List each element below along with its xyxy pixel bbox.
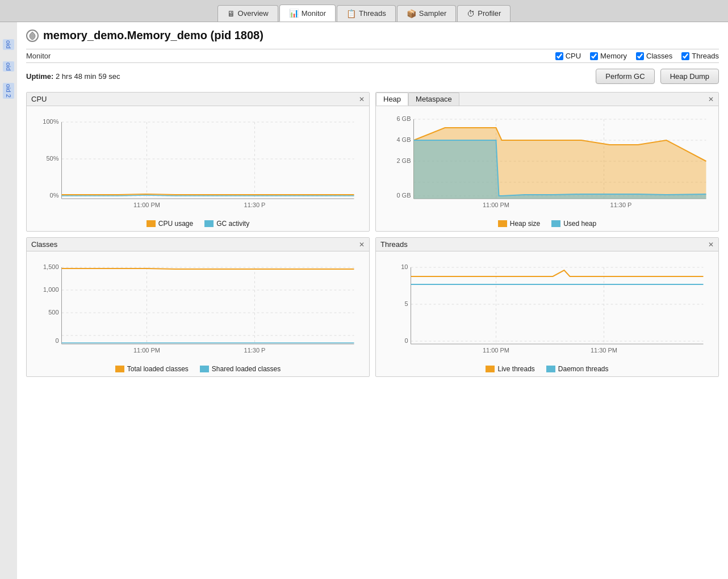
classes-panel-close[interactable]: ✕ bbox=[359, 241, 365, 249]
heap-size-swatch bbox=[498, 220, 507, 227]
cpu-legend-gc: GC activity bbox=[204, 220, 249, 228]
app-title-icon bbox=[26, 30, 39, 42]
tab-threads[interactable]: 📋 Threads bbox=[337, 5, 396, 22]
checkbox-memory-input[interactable] bbox=[590, 52, 598, 60]
cpu-usage-label: CPU usage bbox=[158, 220, 193, 228]
classes-panel: Classes ✕ bbox=[26, 237, 370, 377]
threads-live-swatch bbox=[486, 366, 495, 372]
tab-monitor-label: Monitor bbox=[302, 9, 326, 18]
cpu-chart: 100% 50% 0% 11:00 PM 11: bbox=[31, 111, 365, 213]
cpu-legend-usage: CPU usage bbox=[147, 220, 193, 228]
cpu-usage-swatch bbox=[147, 220, 156, 227]
tab-overview-label: Overview bbox=[238, 9, 269, 18]
heap-chart-area: 6 GB 4 GB 2 GB 0 GB bbox=[376, 106, 718, 217]
cpu-gc-label: GC activity bbox=[216, 220, 249, 228]
classes-total-label: Total loaded classes bbox=[127, 365, 189, 373]
heap-panel-close[interactable]: ✕ bbox=[708, 95, 714, 103]
heap-legend: Heap size Used heap bbox=[376, 217, 718, 231]
heap-tabs: Heap Metaspace bbox=[376, 93, 459, 106]
svg-text:11:00 PM: 11:00 PM bbox=[483, 347, 509, 354]
threads-panel-header: Threads ✕ bbox=[376, 238, 718, 251]
checkbox-threads[interactable]: Threads bbox=[681, 52, 719, 60]
uptime-value: 2 hrs 48 min 59 sec bbox=[56, 72, 120, 81]
profiler-icon: ⏱ bbox=[467, 9, 475, 18]
heap-tab-heap[interactable]: Heap bbox=[376, 93, 408, 106]
action-buttons: Perform GC Heap Dump bbox=[596, 69, 719, 84]
sidebar-item-1[interactable]: oid bbox=[3, 39, 14, 50]
tab-bar: 🖥 Overview 📊 Monitor 📋 Threads 📦 Sampler… bbox=[0, 0, 728, 22]
cpu-gc-swatch bbox=[204, 220, 214, 227]
threads-panel-close[interactable]: ✕ bbox=[708, 241, 714, 249]
checkbox-memory[interactable]: Memory bbox=[590, 52, 627, 60]
classes-legend: Total loaded classes Shared loaded class… bbox=[27, 363, 369, 376]
charts-grid: CPU ✕ 100% bbox=[26, 92, 719, 377]
tab-profiler[interactable]: ⏱ Profiler bbox=[457, 5, 511, 22]
overview-icon: 🖥 bbox=[227, 9, 235, 18]
cpu-legend: CPU usage GC activity bbox=[27, 217, 369, 231]
classes-panel-header: Classes ✕ bbox=[27, 238, 369, 251]
svg-text:0: 0 bbox=[404, 337, 408, 344]
classes-legend-shared: Shared loaded classes bbox=[200, 365, 281, 373]
classes-chart: 1,500 1,000 500 0 11:00 bbox=[31, 256, 365, 358]
classes-shared-swatch bbox=[200, 366, 209, 372]
sidebar-item-3[interactable]: oid 2 bbox=[3, 83, 14, 99]
svg-text:1,000: 1,000 bbox=[43, 286, 59, 293]
threads-icon: 📋 bbox=[346, 9, 356, 18]
checkbox-memory-label: Memory bbox=[600, 52, 627, 60]
tab-sampler[interactable]: 📦 Sampler bbox=[397, 5, 456, 22]
classes-chart-area: 1,500 1,000 500 0 11:00 bbox=[27, 251, 369, 363]
threads-chart-area: 10 5 0 11:00 PM 11:30 PM bbox=[376, 251, 718, 363]
classes-total-swatch bbox=[115, 366, 124, 372]
monitor-checkboxes: CPU Memory Classes Threads bbox=[555, 52, 719, 60]
svg-text:5: 5 bbox=[404, 300, 408, 307]
uptime-label: Uptime: bbox=[26, 72, 53, 81]
sidebar-item-2[interactable]: oid bbox=[3, 61, 14, 72]
tab-profiler-label: Profiler bbox=[478, 9, 501, 18]
checkbox-classes[interactable]: Classes bbox=[636, 52, 672, 60]
svg-text:6 GB: 6 GB bbox=[396, 115, 411, 122]
checkbox-cpu-input[interactable] bbox=[555, 52, 563, 60]
heap-tab-metaspace[interactable]: Metaspace bbox=[408, 93, 459, 106]
app-title-bar: memory_demo.Memory_demo (pid 1808) bbox=[26, 29, 719, 42]
checkbox-classes-input[interactable] bbox=[636, 52, 644, 60]
svg-text:11:00 PM: 11:00 PM bbox=[133, 202, 160, 208]
checkbox-threads-input[interactable] bbox=[681, 52, 689, 60]
perform-gc-button[interactable]: Perform GC bbox=[596, 69, 654, 84]
heap-dump-button[interactable]: Heap Dump bbox=[660, 69, 719, 84]
cpu-panel-close[interactable]: ✕ bbox=[359, 95, 365, 103]
heap-legend-size: Heap size bbox=[498, 220, 540, 228]
svg-text:0%: 0% bbox=[50, 192, 59, 199]
svg-text:500: 500 bbox=[48, 309, 58, 316]
svg-text:10: 10 bbox=[401, 263, 408, 270]
uptime-bar: Uptime: 2 hrs 48 min 59 sec Perform GC H… bbox=[26, 69, 719, 84]
cpu-panel-header: CPU ✕ bbox=[27, 93, 369, 106]
classes-panel-title: Classes bbox=[31, 240, 57, 249]
tab-monitor[interactable]: 📊 Monitor bbox=[279, 5, 336, 22]
main-content: memory_demo.Memory_demo (pid 1808) Monit… bbox=[17, 22, 728, 579]
uptime-text: Uptime: 2 hrs 48 min 59 sec bbox=[26, 72, 120, 81]
svg-text:0 GB: 0 GB bbox=[396, 192, 411, 199]
svg-text:11:30 P: 11:30 P bbox=[244, 202, 266, 208]
svg-text:4 GB: 4 GB bbox=[396, 136, 411, 143]
tab-overview[interactable]: 🖥 Overview bbox=[217, 5, 278, 22]
svg-text:11:30 PM: 11:30 PM bbox=[591, 347, 617, 354]
threads-live-label: Live threads bbox=[497, 365, 534, 373]
tab-threads-label: Threads bbox=[359, 9, 386, 18]
sampler-icon: 📦 bbox=[407, 9, 416, 18]
threads-daemon-swatch bbox=[546, 366, 555, 372]
checkbox-classes-label: Classes bbox=[646, 52, 672, 60]
threads-chart: 10 5 0 11:00 PM 11:30 PM bbox=[380, 256, 714, 358]
monitor-header: Monitor CPU Memory Classes bbox=[26, 49, 719, 63]
svg-text:11:00 PM: 11:00 PM bbox=[483, 202, 509, 208]
svg-text:11:00 PM: 11:00 PM bbox=[133, 347, 160, 354]
svg-text:2 GB: 2 GB bbox=[396, 157, 411, 164]
checkbox-threads-label: Threads bbox=[692, 52, 719, 60]
heap-chart: 6 GB 4 GB 2 GB 0 GB bbox=[380, 111, 714, 213]
tab-sampler-label: Sampler bbox=[419, 9, 446, 18]
svg-text:100%: 100% bbox=[43, 118, 58, 125]
cpu-panel-title: CPU bbox=[31, 95, 47, 103]
monitor-icon: 📊 bbox=[289, 9, 299, 18]
heap-size-label: Heap size bbox=[510, 220, 540, 228]
heap-panel: Heap Metaspace ✕ bbox=[375, 92, 719, 232]
checkbox-cpu[interactable]: CPU bbox=[555, 52, 581, 60]
